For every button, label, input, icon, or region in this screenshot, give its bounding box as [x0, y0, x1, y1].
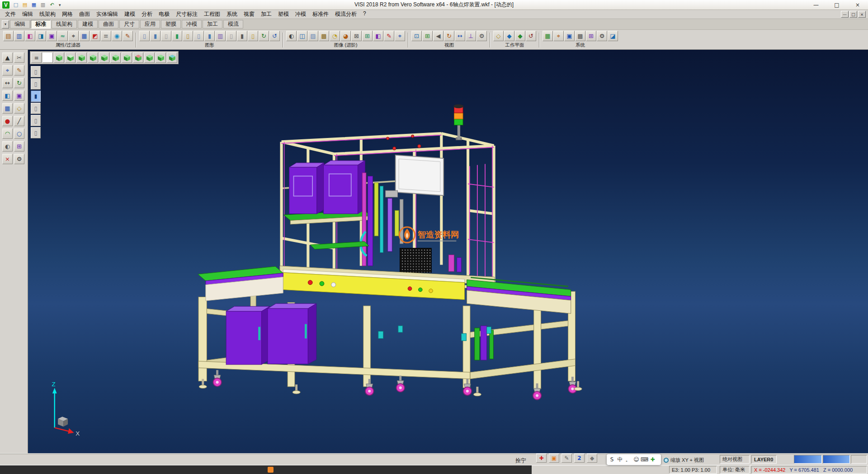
solid-tool-icon[interactable]: ▣	[14, 90, 24, 101]
view-iso-se-icon[interactable]	[144, 52, 155, 63]
menu-item-12[interactable]: 视窗	[241, 10, 258, 19]
minimize-button[interactable]: —	[806, 0, 826, 9]
palette-icon[interactable]: ▣	[549, 454, 559, 463]
sogou-logo[interactable]: S	[608, 455, 616, 464]
arc-icon[interactable]: ◠	[2, 128, 13, 139]
macro-icon[interactable]: ◆	[587, 454, 597, 463]
undo-icon[interactable]: ↶	[48, 1, 56, 9]
view-settings-icon[interactable]: ⚙	[476, 31, 487, 41]
menu-item-4[interactable]: 曲面	[76, 10, 93, 19]
tab-2[interactable]: 线架构	[52, 20, 77, 28]
workplane-on-face-icon[interactable]: ◆	[515, 31, 525, 41]
menu-item-0[interactable]: 文件	[2, 10, 19, 19]
menu-item-1[interactable]: 编辑	[19, 10, 36, 19]
show-surfaces-icon[interactable]: ▯	[183, 31, 193, 41]
point-icon[interactable]: ●	[2, 116, 13, 126]
open-file-icon[interactable]: ▤	[21, 1, 29, 9]
filter-wireframe-icon[interactable]: ▮	[31, 90, 41, 102]
filter-custom-icon[interactable]: ▯	[31, 127, 41, 138]
blank-elements-icon[interactable]: ▯	[226, 31, 236, 41]
image-gallery-icon[interactable]: ⊞	[362, 31, 373, 41]
mdi-close-button[interactable]: ×	[858, 11, 866, 18]
screen-layout-icon[interactable]: ▣	[564, 31, 575, 41]
array-icon[interactable]: ⊞	[14, 141, 24, 152]
view-iso-ne-icon[interactable]	[122, 52, 132, 63]
workplane-icon[interactable]: ◇	[14, 103, 24, 114]
active-layer-cell[interactable]: LAYER0	[751, 455, 777, 464]
pan-icon[interactable]: ↔	[2, 78, 13, 88]
edit-mode-icon[interactable]: ✎	[561, 454, 572, 463]
highlight-elements-icon[interactable]: ▯	[248, 31, 258, 41]
render-icon[interactable]: ◕	[340, 31, 351, 41]
layers-icon[interactable]: ▦	[2, 103, 13, 114]
show-solids-icon[interactable]: ▯	[193, 31, 204, 41]
menu-item-10[interactable]: 工程图	[201, 10, 223, 19]
zoom-previous-icon[interactable]: ◀	[433, 31, 443, 41]
windows-taskbar[interactable]	[0, 465, 532, 474]
show-curves-icon[interactable]: ▮	[172, 31, 182, 41]
system-preferences-icon[interactable]: ⚙	[597, 31, 607, 41]
show-wireframe-icon[interactable]: ▮	[150, 31, 160, 41]
attribute-copy-icon[interactable]: ▥	[14, 31, 24, 41]
menu-item-14[interactable]: 塑模	[275, 10, 292, 19]
taskbar-app-icon[interactable]	[268, 467, 274, 473]
transparency-icon[interactable]: ▨	[308, 31, 318, 41]
selection-filter-icon[interactable]: ⌖	[68, 31, 79, 41]
snap-point-icon[interactable]: ⌖	[2, 65, 13, 76]
shading-mode-icon[interactable]: ▮	[204, 31, 215, 41]
tab-10[interactable]: 模流	[223, 20, 243, 28]
grid-settings-icon[interactable]: ▩	[575, 31, 585, 41]
texture-icon[interactable]: ▩	[319, 31, 329, 41]
show-hidden-line-icon[interactable]: ▯	[161, 31, 171, 41]
tab-7[interactable]: 塑膜	[161, 20, 181, 28]
view-normal-to-icon[interactable]: ⊥	[466, 31, 476, 41]
menu-item-3[interactable]: 网格	[59, 10, 76, 19]
save-file-icon[interactable]: ▦	[30, 1, 38, 9]
menu-item-13[interactable]: 加工	[258, 10, 275, 19]
element-info-icon[interactable]: ◉	[112, 31, 122, 41]
measure-image-icon[interactable]: ⌖	[395, 31, 405, 41]
compare-views-icon[interactable]: ◧	[373, 31, 383, 41]
lighting-icon[interactable]: ◔	[330, 31, 340, 41]
view-front-icon[interactable]	[76, 52, 87, 63]
tab-dropdown[interactable]: ▾	[2, 20, 9, 28]
ime-toolbox[interactable]: ✚	[649, 455, 656, 464]
circle-icon[interactable]: ○	[14, 128, 24, 139]
mirror-icon[interactable]: ◐	[2, 141, 13, 152]
zoom-fit-icon[interactable]: ⊞	[422, 31, 433, 41]
menu-item-9[interactable]: 尺寸标注	[173, 10, 201, 19]
mdi-restore-button[interactable]: □	[849, 11, 857, 18]
mdi-minimize-button[interactable]: —	[841, 11, 849, 18]
annotate-image-icon[interactable]: ✎	[384, 31, 394, 41]
tab-9[interactable]: 加工	[203, 20, 222, 28]
view-iso-sw-icon[interactable]	[156, 52, 166, 63]
zoom-window-icon[interactable]: ⊡	[411, 31, 422, 41]
ime-keyboard[interactable]: ⌨	[641, 455, 648, 464]
layer-filter-icon[interactable]: ▦	[79, 31, 90, 41]
tab-8[interactable]: 冲模	[182, 20, 202, 28]
dynamic-section-icon[interactable]: ◫	[297, 31, 307, 41]
menu-item-18[interactable]: ?	[360, 10, 369, 19]
surface-tool-icon[interactable]: ◧	[2, 90, 13, 101]
show-points-icon[interactable]: ▯	[139, 31, 150, 41]
filter-points-icon[interactable]: ▯	[31, 78, 41, 90]
view-left-icon[interactable]	[99, 52, 109, 63]
view-iso-nw-icon[interactable]	[133, 52, 143, 63]
menu-item-16[interactable]: 标准件	[309, 10, 332, 19]
workplane-standard-icon[interactable]: ◇	[493, 31, 504, 41]
capture-image-icon[interactable]: ⊠	[351, 31, 362, 41]
filter-all-icon[interactable]: ▯	[31, 66, 41, 77]
trim-icon[interactable]: ✂	[14, 52, 24, 63]
tab-1[interactable]: 标准	[31, 20, 51, 28]
shaded-view-icon[interactable]	[42, 52, 53, 63]
view-mode-cell[interactable]: 绝对视图	[720, 455, 750, 464]
view-dynamic-icon[interactable]	[167, 52, 177, 63]
filter-faces-icon[interactable]: ◧	[25, 31, 35, 41]
tab-0[interactable]: 编辑	[10, 20, 30, 28]
tab-3[interactable]: 建模	[78, 20, 98, 28]
view-right-icon[interactable]	[110, 52, 121, 63]
linetype-filter-icon[interactable]: ≡	[101, 31, 111, 41]
quick-access-dropdown[interactable]: ▾	[59, 3, 61, 7]
maximize-button[interactable]: □	[826, 0, 847, 9]
scene-3d[interactable]: 智造资料网 Z X	[28, 50, 868, 453]
